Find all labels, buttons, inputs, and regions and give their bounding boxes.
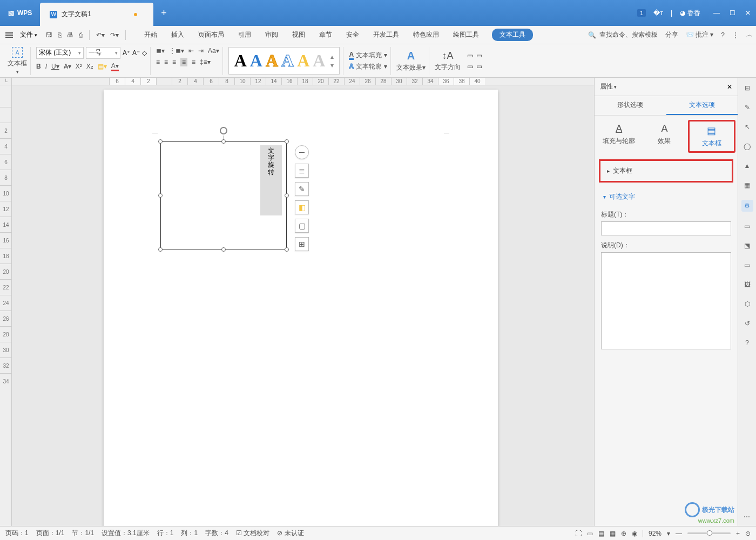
next-textbox-icon[interactable]: ▭	[476, 63, 482, 70]
panel-tab-shape[interactable]: 形状选项	[595, 96, 666, 115]
alt-title-input[interactable]	[601, 221, 731, 235]
strip-image-icon[interactable]: 🖼	[742, 280, 752, 289]
line-spacing-icon[interactable]: ‡≡▾	[200, 58, 211, 66]
decrease-font-icon[interactable]: A⁻	[132, 49, 140, 57]
panel-title[interactable]: 属性 ▾	[600, 82, 617, 91]
strip-select-icon[interactable]: ↖	[742, 122, 752, 132]
alt-text-header[interactable]: ▾可选文字	[601, 189, 731, 205]
textbox-content[interactable]: 文字旋转	[260, 145, 282, 215]
resize-handle-w[interactable]	[158, 193, 163, 198]
underline-icon[interactable]: U▾	[51, 63, 59, 70]
subtab-effect[interactable]: A 效果	[642, 120, 686, 153]
clear-format-icon[interactable]: ◇	[142, 49, 147, 57]
subtab-fill-outline[interactable]: A 填充与轮廓	[597, 120, 641, 153]
close-button[interactable]: ✕	[745, 9, 751, 17]
fit-icon[interactable]: ⊙	[745, 530, 751, 537]
increase-font-icon[interactable]: A⁺	[123, 49, 130, 57]
tab-insert[interactable]: 插入	[170, 29, 185, 40]
link-textbox-icon[interactable]: ▭	[467, 52, 473, 59]
user-account[interactable]: ◕ 香香	[680, 9, 700, 18]
view-outline-icon[interactable]: ▤	[598, 530, 604, 537]
tab-start[interactable]: 开始	[143, 29, 158, 40]
decrease-indent-icon[interactable]: ⇤	[188, 47, 194, 55]
strip-table-icon[interactable]: ▦	[742, 180, 752, 190]
document-tab[interactable]: W 文字文稿1	[40, 3, 153, 26]
align-left-icon[interactable]: ≡	[156, 58, 160, 66]
font-color-icon[interactable]: A▾	[111, 62, 119, 71]
status-position[interactable]: 设置值：3.1厘米	[102, 529, 150, 538]
wordart-style-4[interactable]: A	[281, 51, 294, 71]
resize-handle-nw[interactable]	[158, 139, 163, 144]
increase-indent-icon[interactable]: ⇥	[198, 47, 204, 55]
collapse-ribbon-icon[interactable]: ︿	[746, 30, 753, 39]
view-web-icon[interactable]: ▦	[610, 530, 616, 537]
edit-tool-icon[interactable]: ✎	[295, 182, 309, 196]
break-link-icon[interactable]: ▭	[476, 52, 482, 59]
more-tool-icon[interactable]: ⊞	[295, 237, 309, 251]
tab-security[interactable]: 安全	[345, 29, 360, 40]
resize-handle-s[interactable]	[221, 247, 226, 252]
strikethrough-icon[interactable]: A̶▾	[64, 63, 71, 70]
text-outline-button[interactable]: A 文本轮廓 ▾	[349, 62, 387, 71]
section-textbox-header[interactable]: ▸文本框	[599, 159, 733, 183]
collapse-tool-icon[interactable]: ─	[295, 145, 309, 159]
strip-close-icon[interactable]: ⊟	[742, 83, 752, 93]
status-row[interactable]: 行：1	[157, 529, 174, 538]
help-icon[interactable]: ?	[721, 31, 725, 39]
zoom-slider[interactable]	[687, 532, 731, 534]
undo-icon[interactable]: ↶▾	[96, 31, 105, 39]
command-search[interactable]: 🔍 查找命令、搜索模板	[588, 30, 658, 39]
zoom-thumb[interactable]	[707, 530, 712, 536]
resize-handle-n[interactable]	[221, 139, 226, 144]
strip-template-icon[interactable]: ▭	[742, 221, 752, 231]
minimize-button[interactable]: —	[713, 9, 720, 17]
strip-hexagon-icon[interactable]: ⬡	[742, 299, 752, 309]
wordart-style-5[interactable]: A	[297, 51, 309, 71]
wordart-style-2[interactable]: A	[250, 51, 262, 71]
status-words[interactable]: 字数：4	[205, 529, 228, 538]
strip-pencil-icon[interactable]: ✎	[742, 103, 752, 112]
tab-section[interactable]: 章节	[318, 29, 333, 40]
export-icon[interactable]: ⎘	[58, 31, 62, 39]
strip-more-icon[interactable]: ⋯	[744, 513, 751, 521]
bullet-list-icon[interactable]: ≣▾	[156, 47, 165, 55]
align-center-icon[interactable]: ≡	[164, 58, 168, 66]
tab-text-tools[interactable]: 文本工具	[492, 29, 533, 41]
tab-special[interactable]: 特色应用	[412, 29, 440, 40]
fullscreen-icon[interactable]: ⛶	[575, 530, 582, 537]
rotate-handle[interactable]	[220, 127, 227, 134]
new-tab-button[interactable]: +	[153, 0, 174, 26]
strip-help-icon[interactable]: ?	[742, 338, 752, 348]
text-direction-button[interactable]: ↕A 文字方向	[435, 50, 461, 72]
text-fill-button[interactable]: A 文本填充 ▾	[349, 51, 387, 60]
text-effect-button[interactable]: A 文本效果▾	[396, 50, 426, 72]
tab-drawing-tools[interactable]: 绘图工具	[452, 29, 480, 40]
share-button[interactable]: 分享	[665, 30, 678, 39]
bold-icon[interactable]: B	[36, 63, 41, 70]
zoom-value[interactable]: 92%	[649, 530, 662, 537]
status-col[interactable]: 列：1	[181, 529, 198, 538]
horizontal-ruler[interactable]: 642246810121416182022242628303234363840	[12, 78, 594, 85]
status-auth[interactable]: ⊘ 未认证	[277, 529, 303, 538]
focus-icon[interactable]: ◉	[632, 530, 637, 537]
tab-dev-tools[interactable]: 开发工具	[372, 29, 400, 40]
status-page-no[interactable]: 页码：1	[5, 529, 29, 538]
view-page-icon[interactable]: ▭	[587, 530, 593, 537]
redo-icon[interactable]: ↷▾	[110, 31, 119, 39]
status-proof[interactable]: ☑ 文档校对	[236, 529, 269, 538]
wordart-style-1[interactable]: A	[234, 51, 247, 71]
status-section[interactable]: 节：1/1	[72, 529, 94, 538]
hamburger-icon[interactable]	[3, 30, 15, 40]
annotate-button[interactable]: 📨 批注 ▾	[686, 30, 714, 39]
panel-close-icon[interactable]: ✕	[727, 83, 732, 91]
outline-tool-icon[interactable]: ▢	[295, 219, 309, 233]
wordart-style-3[interactable]: A	[266, 51, 278, 71]
print-preview-icon[interactable]: ⎙	[79, 31, 83, 39]
status-page[interactable]: 页面：1/1	[36, 529, 65, 538]
wordart-style-6[interactable]: A	[313, 51, 325, 71]
resize-handle-ne[interactable]	[285, 139, 289, 144]
strip-properties-icon[interactable]: ⚙	[741, 200, 753, 212]
textbox-button[interactable]: A 文本框 ▾	[8, 47, 27, 75]
wrap-tool-icon[interactable]: ≣	[295, 164, 309, 178]
tab-reference[interactable]: 引用	[237, 29, 252, 40]
